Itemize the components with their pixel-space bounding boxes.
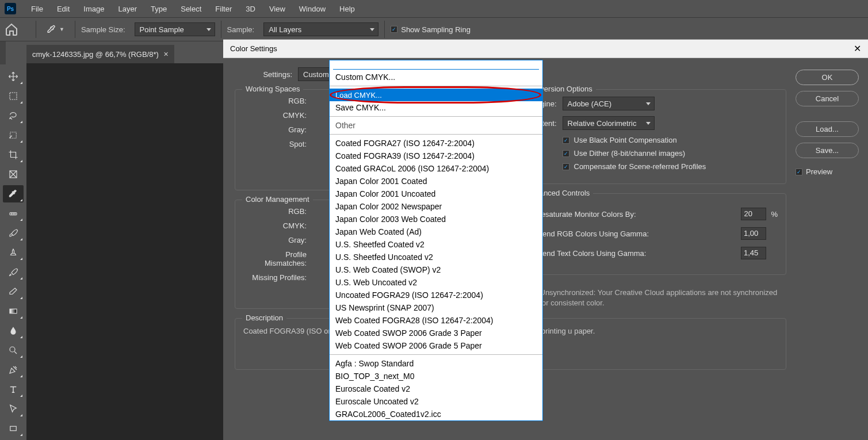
dropdown-item[interactable]: BIO_TOP_3_next_M0 [330,370,542,382]
color-settings-dialog: Color Settings ✕ Settings: Custom Workin… [223,39,868,440]
sample-dropdown[interactable]: All Layers [263,22,378,36]
svg-point-6 [14,213,16,215]
engine-dropdown[interactable]: Adobe (ACE) [563,97,655,110]
blend-rgb-label: Blend RGB Colors Using Gamma: [536,229,649,238]
menu-edit[interactable]: Edit [51,2,75,16]
profile-mismatches-label: Profile Mismatches: [243,250,307,267]
move-tool-icon[interactable] [3,68,24,85]
divider [384,21,385,38]
marquee-tool-icon[interactable] [3,87,24,105]
scene-label: Compensate for Scene-referred Profiles [574,162,706,171]
type-tool-icon[interactable] [3,381,24,398]
dropdown-item[interactable]: Web Coated SWOP 2006 Grade 3 Paper [330,327,542,339]
frame-tool-icon[interactable] [3,166,24,183]
dropdown-item[interactable]: Web Coated SWOP 2006 Grade 5 Paper [330,339,542,352]
dodge-tool-icon[interactable] [3,342,24,359]
menu-file[interactable]: File [25,2,49,16]
dropdown-item[interactable]: Japan Color 2002 Newspaper [330,200,542,213]
gray-label: Gray: [243,125,307,134]
menu-type[interactable]: Type [145,2,173,16]
dropdown-item[interactable]: Coated GRACoL 2006 (ISO 12647-2:2004) [330,162,542,175]
menu-3d[interactable]: 3D [240,2,261,16]
home-icon[interactable] [5,22,18,36]
desaturate-input[interactable]: 20 [741,208,766,220]
eraser-tool-icon[interactable] [3,283,24,300]
preview-checkbox[interactable]: ✓ Preview [796,167,859,176]
dropdown-item-load-cmyk[interactable]: Load CMYK... [330,89,542,101]
close-icon[interactable]: ✕ [163,51,169,58]
close-icon[interactable]: ✕ [854,43,861,54]
dropdown-item[interactable]: Japan Color 2003 Web Coated [330,213,542,225]
scene-checkbox[interactable]: ✓Compensate for Scene-referred Profiles [563,162,778,171]
menu-help[interactable]: Help [334,2,361,16]
gradient-tool-icon[interactable] [3,303,24,320]
load-button[interactable]: Load... [796,121,859,137]
divider [221,21,221,38]
dropdown-search-line[interactable] [333,60,539,70]
dropdown-item[interactable]: U.S. Web Uncoated v2 [330,276,542,289]
dropdown-item[interactable]: Web Coated FOGRA28 (ISO 12647-2:2004) [330,314,542,327]
menu-image[interactable]: Image [78,2,110,16]
svg-rect-1 [10,132,17,139]
blend-text-input[interactable]: 1,45 [741,247,766,259]
svg-rect-0 [10,93,17,100]
desaturate-label: Desaturate Monitor Colors By: [536,210,636,219]
path-select-tool-icon[interactable] [3,400,24,418]
sample-size-label: Sample Size: [81,25,125,34]
menu-filter[interactable]: Filter [209,2,238,16]
brush-tool-icon[interactable] [3,224,24,242]
save-button[interactable]: Save... [796,143,859,158]
dropdown-item[interactable]: GRACoL2006_Coated1v2.icc [330,408,542,420]
magic-wand-tool-icon[interactable] [3,127,24,144]
divider [75,21,75,38]
rgb-label: RGB: [243,97,307,105]
dropdown-item[interactable]: Coated FOGRA27 (ISO 12647-2:2004) [330,137,542,150]
settings-label: Settings: [258,70,292,79]
advanced-controls-fieldset: Advanced Controls Desaturate Monitor Col… [516,193,787,275]
cm-gray-label: Gray: [243,236,307,244]
dropdown-item[interactable]: Euroscale Uncoated v2 [330,395,542,408]
menu-view[interactable]: View [263,2,291,16]
dropdown-item[interactable]: Japan Color 2001 Coated [330,175,542,188]
dropdown-item[interactable]: Japan Web Coated (Ad) [330,225,542,238]
intent-dropdown[interactable]: Relative Colorimetric [563,116,655,130]
eyedropper-tool-icon[interactable]: ▼ [47,24,64,35]
dropdown-item[interactable]: U.S. Web Coated (SWOP) v2 [330,263,542,276]
dropdown-item[interactable]: Agfa : Swop Standard [330,357,542,370]
dither-checkbox[interactable]: ✓Use Dither (8-bit/channel images) [563,149,778,158]
clone-stamp-tool-icon[interactable] [3,244,24,261]
show-sampling-ring-checkbox[interactable]: ✓ Show Sampling Ring [391,25,471,34]
dropdown-item[interactable]: Japan Color 2001 Uncoated [330,188,542,200]
sample-size-dropdown[interactable]: Point Sample [135,22,215,36]
document-tab[interactable]: cmyk-1246335.jpg @ 66,7% (RGB/8*) ✕ [26,45,174,63]
menu-select[interactable]: Select [175,2,207,16]
eyedropper-tool-icon[interactable] [3,185,24,202]
dropdown-item[interactable]: U.S. Sheetfed Coated v2 [330,238,542,251]
unsync-text: Unsynchronized: Your Creative Cloud appl… [540,288,786,308]
dropdown-item[interactable]: Euroscale Coated v2 [330,382,542,395]
history-brush-tool-icon[interactable] [3,263,24,281]
svg-rect-7 [10,309,17,313]
cancel-button[interactable]: Cancel [796,91,859,106]
checkbox-icon: ✓ [391,26,397,33]
dropdown-item[interactable]: U.S. Sheetfed Uncoated v2 [330,251,542,263]
dropdown-item-custom-cmyk[interactable]: Custom CMYK... [330,71,542,83]
dropdown-item[interactable]: Uncoated FOGRA29 (ISO 12647-2:2004) [330,289,542,301]
svg-point-8 [10,347,15,352]
healing-brush-tool-icon[interactable] [3,205,24,222]
blur-tool-icon[interactable] [3,322,24,339]
menu-window[interactable]: Window [293,2,331,16]
rectangle-tool-icon[interactable] [3,420,24,437]
dropdown-separator [330,354,542,355]
dropdown-item-save-cmyk[interactable]: Save CMYK... [330,101,542,114]
lasso-tool-icon[interactable] [3,107,24,124]
pen-tool-icon[interactable] [3,361,24,378]
crop-tool-icon[interactable] [3,146,24,163]
dropdown-item[interactable]: US Newsprint (SNAP 2007) [330,301,542,314]
ok-button[interactable]: OK [796,70,859,85]
blend-rgb-input[interactable]: 1,00 [741,227,766,240]
menu-layer[interactable]: Layer [113,2,143,16]
dropdown-separator [330,86,542,86]
dropdown-item[interactable]: Coated FOGRA39 (ISO 12647-2:2004) [330,150,542,162]
bpc-checkbox[interactable]: ✓Use Black Point Compensation [563,136,778,144]
